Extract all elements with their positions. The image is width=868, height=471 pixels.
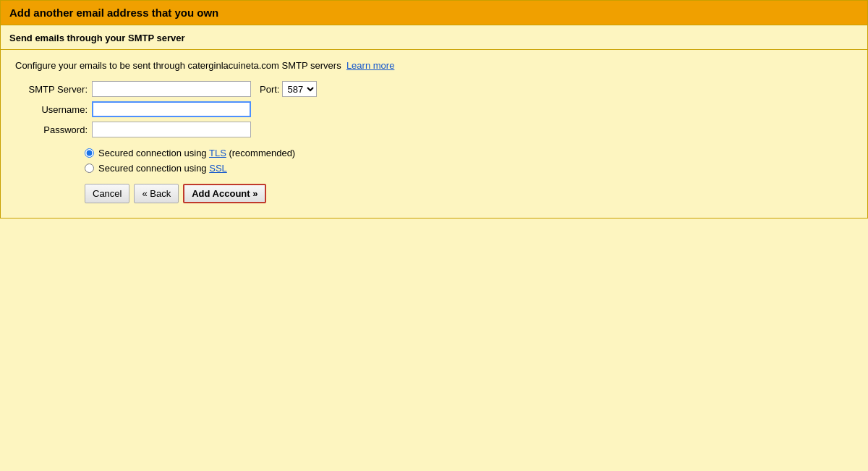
back-button[interactable]: « Back [134,184,179,203]
form-table: SMTP Server: Port: 587 465 25 Username: … [22,81,853,137]
password-input[interactable] [92,122,251,137]
username-row: Username: [22,101,853,117]
smtp-label: SMTP Server: [22,84,88,95]
ssl-radio[interactable] [85,164,94,173]
dialog-title: Add another email address that you own [1,1,867,25]
password-row: Password: [22,122,853,137]
radio-group: Secured connection using TLS (recommende… [85,148,853,174]
password-label: Password: [22,124,88,135]
smtp-input[interactable] [92,81,251,97]
tls-link[interactable]: TLS [209,148,226,158]
smtp-row: SMTP Server: Port: 587 465 25 [22,81,853,97]
dialog-container: Add another email address that you own S… [0,0,868,218]
ssl-radio-label: Secured connection using SSL [98,163,227,174]
username-input[interactable] [92,101,251,117]
section-body: Configure your emails to be sent through… [1,50,867,218]
ssl-link[interactable]: SSL [209,163,227,174]
description-text: Configure your emails to be sent through… [15,60,341,71]
username-label: Username: [22,104,88,115]
learn-more-link[interactable]: Learn more [346,60,394,71]
ssl-radio-row: Secured connection using SSL [85,163,853,174]
port-select[interactable]: 587 465 25 [282,81,317,97]
dialog-title-text: Add another email address that you own [9,7,218,19]
add-account-button[interactable]: Add Account » [183,184,266,203]
section-header-text: Send emails through your SMTP server [9,33,185,43]
tls-radio[interactable] [85,148,94,158]
section-header: Send emails through your SMTP server [1,25,867,50]
tls-radio-row: Secured connection using TLS (recommende… [85,148,853,158]
tls-radio-label: Secured connection using TLS (recommende… [98,148,295,158]
button-row: Cancel « Back Add Account » [85,184,853,203]
config-description: Configure your emails to be sent through… [15,60,853,71]
port-label: Port: [260,84,279,95]
cancel-button[interactable]: Cancel [85,184,129,203]
